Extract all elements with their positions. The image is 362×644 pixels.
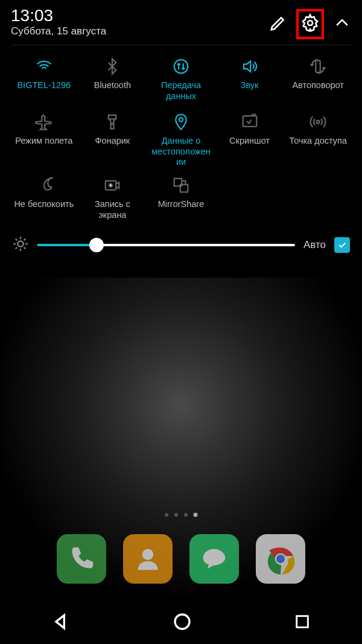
- svg-point-1: [174, 60, 188, 74]
- data-icon: [172, 55, 190, 78]
- toggle-label: Данные о местоположении: [148, 136, 214, 168]
- qs-header: 13:03 Суббота, 15 августа: [11, 5, 351, 45]
- nav-back-icon[interactable]: [51, 612, 71, 634]
- toggle-dnd[interactable]: Не беспокоить: [11, 173, 77, 225]
- toggle-mirrorshare[interactable]: MirrorShare: [148, 173, 214, 225]
- toggle-label: Скриншот: [228, 136, 271, 147]
- status-time: 13:03: [11, 7, 269, 24]
- autorotate-icon: [309, 55, 327, 78]
- screenshot-icon: [241, 110, 259, 133]
- navigation-bar: [0, 602, 362, 644]
- page-indicator: [165, 513, 197, 517]
- collapse-icon[interactable]: [333, 14, 351, 34]
- toggle-airplane[interactable]: Режим полета: [11, 109, 77, 169]
- nav-home-icon[interactable]: [173, 612, 192, 634]
- auto-brightness-checkbox[interactable]: [334, 237, 350, 253]
- toggle-screenrec[interactable]: Запись с экрана: [80, 173, 146, 225]
- svg-point-8: [109, 184, 112, 187]
- toggle-label: Режим полета: [14, 136, 74, 147]
- toggle-data[interactable]: Передача данных: [148, 54, 214, 106]
- dock-chrome-app[interactable]: [256, 534, 305, 584]
- location-icon: [172, 110, 190, 133]
- airplane-icon: [35, 110, 53, 133]
- toggle-sound[interactable]: Звук: [217, 54, 283, 106]
- svg-point-12: [142, 549, 153, 560]
- dnd-icon: [35, 174, 53, 197]
- brightness-slider[interactable]: [37, 238, 295, 252]
- screenrec-icon: [103, 174, 121, 197]
- brightness-row: Авто: [11, 232, 351, 257]
- auto-brightness-label: Авто: [303, 239, 326, 251]
- toggle-label: Точка доступа: [288, 136, 348, 147]
- flashlight-icon: [103, 110, 121, 133]
- bluetooth-icon: [103, 55, 121, 78]
- wifi-icon: [35, 55, 53, 78]
- toggle-label: Запись с экрана: [80, 199, 146, 220]
- edit-icon[interactable]: [269, 14, 287, 34]
- toggle-label: Фонарик: [94, 136, 132, 147]
- dock: [57, 534, 305, 584]
- toggle-bluetooth[interactable]: Bluetooth: [80, 54, 146, 106]
- svg-point-6: [317, 121, 320, 124]
- dock-phone-app[interactable]: [57, 534, 106, 584]
- toggle-label: Bluetooth: [93, 80, 132, 91]
- dock-contacts-app[interactable]: [123, 534, 173, 584]
- toggle-label: MirrorShare: [157, 199, 206, 210]
- toggle-label: BIGTEL-1296: [16, 80, 72, 91]
- mirrorshare-icon: [172, 174, 190, 197]
- svg-point-15: [276, 555, 285, 563]
- svg-point-4: [179, 118, 183, 121]
- toggle-autorotate[interactable]: Автоповорот: [285, 54, 351, 106]
- brightness-icon: [12, 235, 29, 255]
- svg-point-16: [175, 614, 189, 629]
- toggle-label: Автоповорот: [291, 80, 345, 91]
- toggle-label: Передача данных: [148, 80, 214, 101]
- toggle-label: Не беспокоить: [13, 199, 75, 210]
- sound-icon: [241, 55, 259, 78]
- hotspot-icon: [309, 110, 327, 133]
- toggle-hotspot[interactable]: Точка доступа: [285, 109, 351, 169]
- settings-icon[interactable]: [296, 9, 324, 39]
- svg-point-11: [17, 241, 23, 246]
- dock-messages-app[interactable]: [189, 534, 239, 584]
- nav-recents-icon[interactable]: [294, 613, 311, 633]
- toggle-label: Звук: [240, 80, 260, 91]
- toggle-flashlight[interactable]: Фонарик: [80, 109, 146, 169]
- toggle-location[interactable]: Данные о местоположении: [148, 109, 214, 169]
- svg-point-0: [308, 21, 313, 25]
- toggle-screenshot[interactable]: Скриншот: [217, 109, 283, 169]
- svg-rect-17: [297, 616, 308, 628]
- toggle-wifi[interactable]: BIGTEL-1296: [11, 54, 77, 106]
- svg-rect-3: [109, 115, 116, 119]
- svg-rect-2: [316, 60, 320, 72]
- status-date: Суббота, 15 августа: [11, 25, 269, 37]
- homescreen-background: [0, 278, 362, 644]
